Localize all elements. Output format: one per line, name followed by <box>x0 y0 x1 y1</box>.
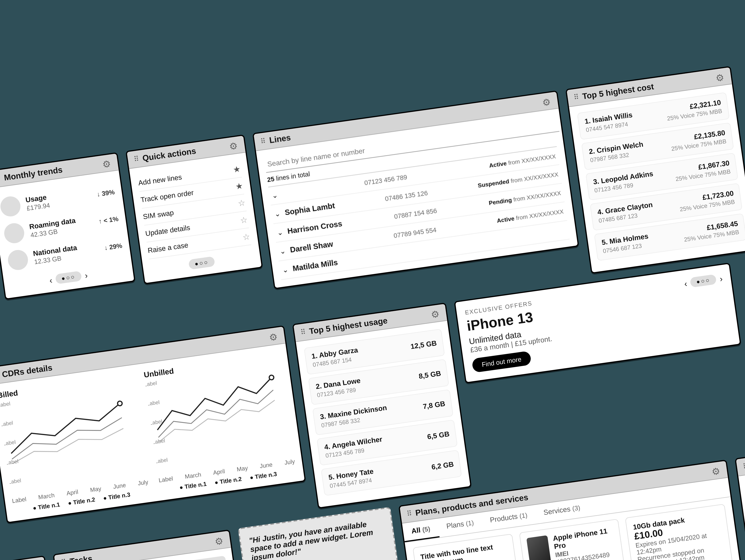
star-icon[interactable]: ★ <box>235 181 244 191</box>
star-icon[interactable]: ☆ <box>242 231 251 242</box>
drag-handle-icon[interactable]: ⠿ <box>573 93 580 102</box>
service-card[interactable]: 10Gb data pack £10.00 Expires on 15/04/2… <box>625 504 737 560</box>
widget-title: Lines <box>269 133 291 145</box>
drag-handle-icon[interactable]: ⠿ <box>0 174 1 183</box>
chevron-down-icon[interactable]: ⌄ <box>277 228 283 237</box>
gear-icon[interactable]: ⚙ <box>711 465 721 476</box>
drag-handle-icon[interactable]: ⠿ <box>406 509 413 518</box>
gear-icon[interactable]: ⚙ <box>542 96 552 107</box>
tasks-tab[interactable]: 5actions andsuggestions <box>175 556 230 560</box>
unbilled-chart: LabelLabelLabelLabelLabel <box>145 363 294 475</box>
star-icon[interactable]: ☆ <box>237 198 246 208</box>
drag-handle-icon[interactable]: ⠿ <box>133 155 140 163</box>
chevron-down-icon[interactable]: ⌄ <box>274 209 281 218</box>
gear-icon[interactable]: ⚙ <box>268 331 279 342</box>
widget-title: Quick actions <box>142 146 197 163</box>
chevron-down-icon[interactable]: ⌄ <box>279 247 286 255</box>
drag-handle-icon[interactable]: ⠿ <box>300 328 306 337</box>
svg-point-1 <box>269 375 274 380</box>
star-icon[interactable]: ★ <box>232 164 241 175</box>
product-card[interactable]: Apple iPhone 11 ProIMEI 468376143526489 <box>519 519 631 560</box>
billed-chart: LabelLabelLabelLabelLabel <box>0 383 148 495</box>
chevron-down-icon[interactable]: ⌄ <box>282 265 288 274</box>
gear-icon[interactable]: ⚙ <box>102 158 112 168</box>
trend-avatar <box>3 222 26 245</box>
prev-icon[interactable]: ‹ <box>49 275 53 285</box>
gear-icon[interactable]: ⚙ <box>214 535 225 546</box>
chevron-down-icon[interactable]: ⌄ <box>271 191 278 200</box>
trend-avatar <box>7 249 29 271</box>
drag-handle-icon[interactable]: ⠿ <box>61 558 67 560</box>
gear-icon[interactable]: ⚙ <box>430 308 441 319</box>
trend-avatar <box>0 195 22 218</box>
widget-title: CDRs details <box>1 363 53 379</box>
gear-icon[interactable]: ⚙ <box>715 72 725 82</box>
next-icon[interactable]: › <box>84 270 88 280</box>
star-icon[interactable]: ☆ <box>240 215 249 225</box>
drag-handle-icon[interactable]: ⠿ <box>260 137 266 146</box>
find-out-more-button[interactable]: Find out more <box>472 351 532 373</box>
drag-handle-icon[interactable]: ⠿ <box>742 462 745 471</box>
svg-point-0 <box>117 401 122 406</box>
widget-title: Tasks <box>69 554 93 560</box>
gear-icon[interactable]: ⚙ <box>229 140 239 151</box>
phone-image <box>526 535 551 560</box>
